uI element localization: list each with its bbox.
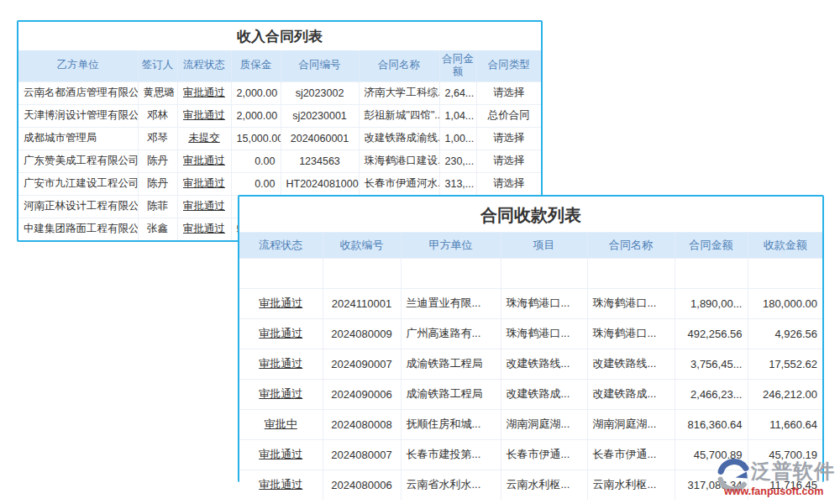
cell-project[interactable]: 云南水利枢... [501, 470, 587, 500]
cell-party-b[interactable]: 广安市九江建设工程公司 [18, 172, 138, 195]
cell-project[interactable]: 改建铁路线... [501, 349, 587, 379]
table-row: 审批通过2024090006成渝铁路工程局改建铁路成...改建铁路成...2,4… [239, 379, 822, 409]
cell-signer[interactable]: 张鑫 [138, 218, 177, 240]
cell-status[interactable]: 审批中 [239, 409, 323, 439]
col-header-receipt-no: 收款编号 [323, 233, 401, 258]
cell-party-a: 成渝铁路工程局 [401, 379, 501, 409]
cell-contract-name[interactable]: 长春市伊通... [587, 439, 675, 470]
col-header-signer: 签订人 [138, 50, 177, 81]
col-header-contract-type: 合同类型 [476, 50, 541, 81]
cell-status[interactable]: 未提交 [177, 127, 231, 150]
cell-party-b[interactable]: 云南名都酒店管理有限公司 [18, 81, 138, 104]
cell-contract-amount: 2,466,23... [675, 379, 748, 409]
cell-contract-name[interactable]: 云南水利枢... [587, 470, 675, 500]
cell-party-a: 长春市建投第... [401, 439, 501, 470]
cell-receipt-amount: 4,926.56 [748, 318, 822, 349]
cell-status[interactable]: 审批通过 [177, 104, 231, 127]
cell-receipt-no[interactable]: 2024080006 [323, 470, 401, 500]
cell-receipt-amount: 246,212.00 [748, 379, 822, 409]
cell-receipt-no[interactable]: 2024080008 [323, 409, 401, 439]
cell-signer[interactable]: 陈丹 [138, 172, 177, 195]
spacer-cell [401, 258, 501, 288]
spacer-cell [501, 258, 587, 288]
table-row: 天津博润设计管理有限公司邓林审批通过2,000.00sj20230001彭祖新城… [18, 104, 541, 127]
cell-party-b[interactable]: 成都城市管理局 [18, 127, 138, 150]
spacer-row [239, 258, 822, 288]
cell-receipt-no[interactable]: 2024090006 [323, 379, 401, 409]
cell-status[interactable]: 审批通过 [239, 288, 323, 318]
col-header-project: 项目 [501, 233, 587, 258]
cell-project[interactable]: 长春市伊通... [501, 439, 587, 470]
cell-signer[interactable]: 陈丹 [138, 150, 177, 172]
cell-contract-name[interactable]: 长春市伊通河水... [359, 172, 439, 195]
fanpu-logo: 泛普软件 www.fanpusoft.com [715, 456, 840, 502]
col-header-contract-name: 合同名称 [587, 233, 675, 258]
cell-status[interactable]: 审批通过 [177, 172, 231, 195]
cell-warranty: 2,000.00 [231, 81, 281, 104]
cell-receipt-no[interactable]: 2024080007 [323, 439, 401, 470]
cell-contract-name[interactable]: 珠海鹤港口建设... [359, 150, 439, 172]
cell-status[interactable]: 审批通过 [177, 150, 231, 172]
col-header-receipt-amount: 收款金额 [748, 233, 822, 258]
table-row: 审批中2024080008抚顺住房和城...湖南洞庭湖...湖南洞庭湖...81… [239, 409, 822, 439]
cell-contract-no[interactable]: sj20230001 [281, 104, 359, 127]
cell-signer[interactable]: 邓琴 [138, 127, 177, 150]
cell-project[interactable]: 改建铁路成... [501, 379, 587, 409]
cell-contract-amount: 313,... [439, 172, 476, 195]
cell-party-a: 抚顺住房和城... [401, 409, 501, 439]
cell-status[interactable]: 审批通过 [239, 379, 323, 409]
cell-warranty: 0.00 [231, 150, 281, 172]
cell-project[interactable]: 珠海鹤港口... [501, 318, 587, 349]
cell-contract-name[interactable]: 湖南洞庭湖... [587, 409, 675, 439]
cell-status[interactable]: 审批通过 [177, 218, 231, 240]
cell-contract-name[interactable]: 济南大学工科综... [359, 81, 439, 104]
table-row: 广东赞美成工程有限公司陈丹审批通过0.001234563珠海鹤港口建设...23… [18, 150, 541, 172]
cell-project[interactable]: 珠海鹤港口... [501, 288, 587, 318]
cell-contract-name[interactable]: 珠海鹤港口... [587, 288, 675, 318]
cell-signer[interactable]: 黄思璐 [138, 81, 177, 104]
col-header-contract-amount: 合同金额 [675, 233, 748, 258]
spacer-cell [675, 258, 748, 288]
cell-status[interactable]: 审批通过 [239, 470, 323, 500]
cell-contract-no[interactable]: 2024060001 [281, 127, 359, 150]
cell-signer[interactable]: 邓林 [138, 104, 177, 127]
cell-contract-type[interactable]: 请选择 [476, 172, 541, 195]
income-contract-title: 收入合同列表 [18, 22, 541, 50]
col-header-status: 流程状态 [177, 50, 231, 81]
cell-contract-type[interactable]: 请选择 [476, 127, 541, 150]
cell-contract-no[interactable]: sj2023002 [281, 81, 359, 104]
cell-contract-name[interactable]: 改建铁路线... [587, 349, 675, 379]
col-header-party-b: 乙方单位 [18, 50, 138, 81]
cell-party-b[interactable]: 中建集团路面工程有限公司 [18, 218, 138, 240]
cell-receipt-amount: 180,000.00 [748, 288, 822, 318]
cell-contract-name[interactable]: 珠海鹤港口... [587, 318, 675, 349]
cell-party-b[interactable]: 广东赞美成工程有限公司 [18, 150, 138, 172]
cell-contract-name[interactable]: 改建铁路成渝线... [359, 127, 439, 150]
cell-status[interactable]: 审批通过 [239, 318, 323, 349]
cell-contract-amount: 1,00... [439, 127, 476, 150]
cell-contract-type[interactable]: 请选择 [476, 150, 541, 172]
cell-receipt-no[interactable]: 2024080009 [323, 318, 401, 349]
cell-receipt-no[interactable]: 2024110001 [323, 288, 401, 318]
header-row: 流程状态收款编号甲方单位项目合同名称合同金额收款金额 [239, 233, 822, 258]
cell-contract-amount: 1,890,00... [675, 288, 748, 318]
cell-status[interactable]: 审批通过 [239, 439, 323, 470]
cell-contract-no[interactable]: 1234563 [281, 150, 359, 172]
table-row: 成都城市管理局邓琴未提交15,000.002024060001改建铁路成渝线..… [18, 127, 541, 150]
cell-contract-amount: 2,64... [439, 81, 476, 104]
cell-signer[interactable]: 陈菲 [138, 195, 177, 218]
cell-party-b[interactable]: 河南正林设计工程有限公司 [18, 195, 138, 218]
cell-contract-name[interactable]: 改建铁路成... [587, 379, 675, 409]
cell-receipt-no[interactable]: 2024090007 [323, 349, 401, 379]
cell-status[interactable]: 审批通过 [177, 81, 231, 104]
spacer-cell [323, 258, 401, 288]
cell-status[interactable]: 审批通过 [239, 349, 323, 379]
cell-project[interactable]: 湖南洞庭湖... [501, 409, 587, 439]
cell-status[interactable]: 审批通过 [177, 195, 231, 218]
contract-receipt-title: 合同收款列表 [239, 197, 822, 233]
cell-contract-name[interactable]: 彭祖新城"四馆"... [359, 104, 439, 127]
cell-contract-type[interactable]: 请选择 [476, 81, 541, 104]
cell-party-b[interactable]: 天津博润设计管理有限公司 [18, 104, 138, 127]
cell-contract-no[interactable]: HT2024081000... [281, 172, 359, 195]
cell-warranty: 2,000.00 [231, 104, 281, 127]
